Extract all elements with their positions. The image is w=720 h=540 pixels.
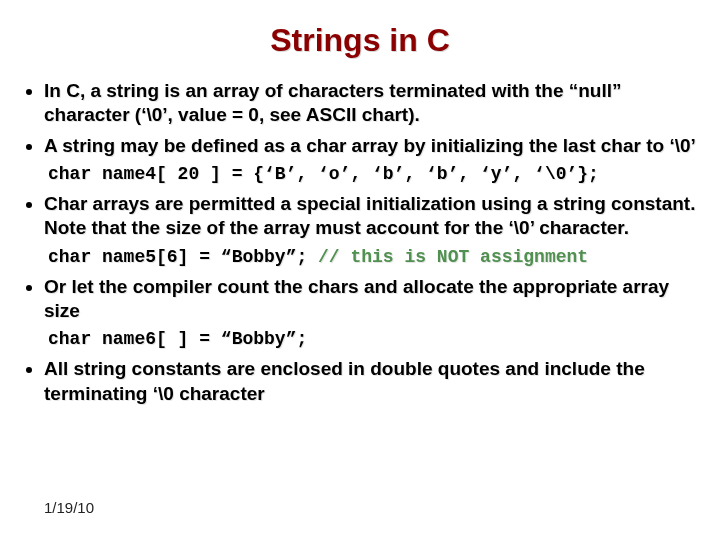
code-line-2: char name5[6] = “Bobby”; // this is NOT … <box>48 247 706 267</box>
bullet-list-4: All string constants are enclosed in dou… <box>14 357 706 406</box>
slide: Strings in C In C, a string is an array … <box>0 0 720 540</box>
bullet-5: All string constants are enclosed in dou… <box>44 357 706 406</box>
bullet-list-2: Char arrays are permitted a special init… <box>14 192 706 241</box>
slide-title: Strings in C <box>14 22 706 59</box>
code-line-1: char name4[ 20 ] = {‘B’, ‘o’, ‘b’, ‘b’, … <box>48 164 706 184</box>
code-line-2-code: char name5[6] = “Bobby”; <box>48 247 318 267</box>
code-line-2-comment: // this is NOT assignment <box>318 247 588 267</box>
bullet-2: A string may be defined as a char array … <box>44 134 706 158</box>
code-line-3: char name6[ ] = “Bobby”; <box>48 329 706 349</box>
bullet-1: In C, a string is an array of characters… <box>44 79 706 128</box>
bullet-3: Char arrays are permitted a special init… <box>44 192 706 241</box>
bullet-list-3: Or let the compiler count the chars and … <box>14 275 706 324</box>
footer-date: 1/19/10 <box>44 499 94 516</box>
bullet-list: In C, a string is an array of characters… <box>14 79 706 158</box>
bullet-4: Or let the compiler count the chars and … <box>44 275 706 324</box>
